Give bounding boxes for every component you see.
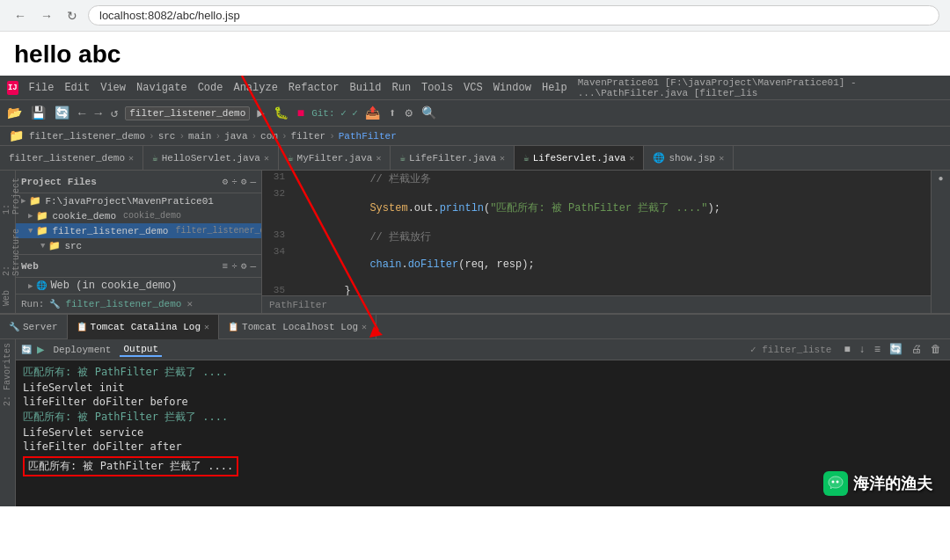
breadcrumb-1[interactable]: filter_listener_demo <box>29 131 145 142</box>
reload-button[interactable]: ↻ <box>63 7 81 25</box>
minus-icon[interactable]: — <box>250 177 256 187</box>
run-config-dropdown[interactable]: filter_listener_demo <box>125 106 250 120</box>
ide-tabs: filter_listener_demo ✕ ☕ HelloServlet.ja… <box>0 146 950 171</box>
tab-my-filter[interactable]: ☕ MyFilter.java ✕ <box>279 146 391 171</box>
stop-icon[interactable]: ■ <box>296 106 306 120</box>
run-label: Run: <box>21 299 44 309</box>
refresh-icon[interactable]: 🔄 <box>21 345 32 355</box>
commit-icon[interactable]: 📤 <box>363 105 382 120</box>
menu-run[interactable]: Run <box>391 82 411 94</box>
menu-vcs[interactable]: VCS <box>464 82 483 94</box>
close-icon[interactable]: ✕ <box>362 322 367 332</box>
print-icon[interactable]: 🖨 <box>911 343 922 356</box>
tab-life-filter[interactable]: ☕ LifeFilter.java ✕ <box>391 146 515 171</box>
menu-analyze[interactable]: Analyze <box>233 82 277 94</box>
close-icon[interactable]: ✕ <box>264 153 269 164</box>
download-icon[interactable]: ↓ <box>859 344 866 356</box>
favorites-label[interactable]: 2: Favorites <box>3 343 12 406</box>
tab-life-servlet[interactable]: ☕ LifeServlet.java ✕ <box>515 146 644 171</box>
div-icon[interactable]: ÷ <box>231 261 238 272</box>
deployment-tab[interactable]: Deployment <box>49 344 114 356</box>
menu-file[interactable]: File <box>29 82 55 94</box>
forward-icon[interactable]: → <box>92 106 103 120</box>
save-icon[interactable]: 💾 <box>29 105 48 120</box>
undo-icon[interactable]: ↺ <box>109 105 120 120</box>
breadcrumb-3[interactable]: main <box>188 131 211 142</box>
tree-item[interactable]: ▶ 📁 F:\javaProject\MavenPratice01 <box>16 193 261 208</box>
project-label[interactable]: 1: Project <box>0 171 15 222</box>
gear-icon[interactable]: ⚙ <box>241 176 247 187</box>
tab-tomcat-catalina[interactable]: 📋 Tomcat Catalina Log ✕ <box>68 315 219 339</box>
collapse-icon[interactable]: — <box>250 261 256 272</box>
tree-item[interactable]: ▶ 📁 cookie_demo cookie_demo <box>16 208 261 223</box>
breadcrumb-7[interactable]: PathFilter <box>339 131 397 142</box>
breadcrumb-6[interactable]: filter <box>291 131 326 142</box>
delete-icon[interactable]: 🗑 <box>931 343 941 356</box>
close-icon[interactable]: ✕ <box>376 153 381 164</box>
list-icon[interactable]: ≡ <box>874 344 881 356</box>
open-folder-icon[interactable]: 📂 <box>5 105 24 120</box>
code-editor[interactable]: 31 // 栏截业务 32 System.out.println("匹配所有: … <box>262 171 931 313</box>
tab-server[interactable]: 🔧 Server <box>0 315 68 339</box>
settings-icon[interactable]: ⚙ <box>223 176 229 187</box>
web-tree-item[interactable]: ▶ 🌐 Web (in cookie_demo) <box>16 278 261 294</box>
ide-breadcrumb: 📁 filter_listener_demo › src › main › ja… <box>0 127 950 146</box>
breadcrumb-2[interactable]: src <box>158 131 176 142</box>
browser-bar: ← → ↻ localhost:8082/abc/hello.jsp <box>0 0 950 32</box>
tree-item-selected[interactable]: ▼ 📁 filter_listener_demo filter_listener… <box>16 223 261 238</box>
close-icon[interactable]: ✕ <box>500 153 505 164</box>
tab-show-jsp[interactable]: 🌐 show.jsp ✕ <box>644 146 734 171</box>
settings-icon[interactable]: ⚙ <box>403 105 413 120</box>
close-icon[interactable]: ✕ <box>629 153 634 164</box>
debug-icon[interactable]: 🐛 <box>272 105 290 120</box>
cog-icon[interactable]: ⚙ <box>241 260 247 272</box>
sync-icon[interactable]: 🔄 <box>53 105 71 120</box>
tab-hello-servlet[interactable]: ☕ HelloServlet.java ✕ <box>143 146 279 171</box>
breadcrumb-5[interactable]: com <box>260 131 278 142</box>
close-icon[interactable]: ✕ <box>128 153 134 164</box>
watermark-text: 海洋的渔夫 <box>853 473 932 494</box>
window-title: MavenPratice01 [F:\javaProject\MavenPrat… <box>578 77 943 98</box>
menu-refactor[interactable]: Refactor <box>289 82 340 94</box>
url-bar[interactable]: localhost:8082/abc/hello.jsp <box>88 5 939 25</box>
web-panel-header: Web ≡ ÷ ⚙ — <box>16 255 261 278</box>
web-label[interactable]: Web <box>0 283 15 313</box>
back-icon[interactable]: ← <box>77 106 87 120</box>
ide-right-icons: ● <box>931 171 950 313</box>
tab-tomcat-localhost[interactable]: 📋 Tomcat Localhost Log ✕ <box>219 315 376 339</box>
forward-button[interactable]: → <box>37 7 56 25</box>
sync-icon[interactable]: 🔄 <box>889 343 902 356</box>
list-icon[interactable]: ≡ <box>223 261 229 272</box>
close-run-icon[interactable]: ✕ <box>186 298 193 309</box>
menu-code[interactable]: Code <box>198 82 223 94</box>
page-title: hello abc <box>0 32 950 76</box>
menu-window[interactable]: Window <box>493 82 531 94</box>
menu-edit[interactable]: Edit <box>64 82 90 94</box>
console-line: 匹配所有: 被 PathFilter 拦截了 .... <box>23 364 943 381</box>
menu-navigate[interactable]: Navigate <box>136 82 187 94</box>
console-line: lifeFilter doFilter after <box>23 440 943 454</box>
menu-view[interactable]: View <box>100 82 126 94</box>
menu-tools[interactable]: Tools <box>421 82 453 94</box>
bottom-panel: 🔧 Server 📋 Tomcat Catalina Log ✕ 📋 Tomca… <box>0 313 950 506</box>
expand-icon[interactable]: ÷ <box>231 177 238 187</box>
run-config[interactable]: filter_listener_demo <box>65 299 181 309</box>
menu-build[interactable]: Build <box>349 82 381 94</box>
structure-label[interactable]: 2: Structure <box>0 222 15 283</box>
push-icon[interactable]: ⬆ <box>387 105 398 120</box>
tree-item[interactable]: ▼ 📁 src <box>16 238 261 253</box>
ide-main: 1: Project 2: Structure Web Project File… <box>0 171 950 313</box>
stop-server-icon[interactable]: ■ <box>844 344 850 356</box>
bottom-tabs: 🔧 Server 📋 Tomcat Catalina Log ✕ 📋 Tomca… <box>0 315 950 339</box>
run-icon[interactable]: ▶ <box>255 105 266 120</box>
close-icon[interactable]: ✕ <box>719 153 724 164</box>
output-tab[interactable]: Output <box>120 343 162 357</box>
git-status: Git: ✓ ✓ <box>311 107 358 119</box>
breadcrumb-4[interactable]: java <box>224 131 247 142</box>
project-panel-header: Project Files ⚙ ÷ ⚙ — <box>16 171 261 193</box>
back-button[interactable]: ← <box>11 7 30 25</box>
tab-filter-listener[interactable]: filter_listener_demo ✕ <box>0 146 143 171</box>
menu-help[interactable]: Help <box>542 82 567 94</box>
search-icon[interactable]: 🔍 <box>420 105 438 120</box>
close-icon[interactable]: ✕ <box>204 322 209 332</box>
